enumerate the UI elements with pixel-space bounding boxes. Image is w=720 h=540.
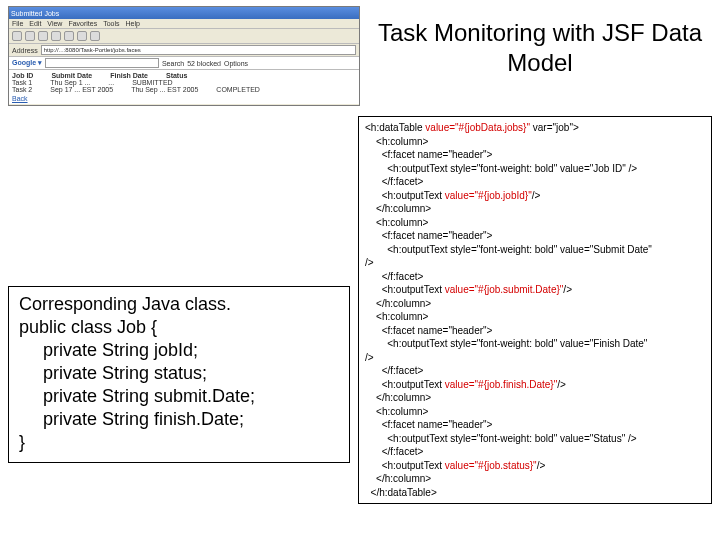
col-submit: Submit Date xyxy=(51,72,92,79)
java-l1: Corresponding Java class. xyxy=(19,293,339,316)
el-expr: value="#{jobData.jobs}" xyxy=(425,122,530,133)
col-finish: Finish Date xyxy=(110,72,148,79)
el-expr: value="#{job.status}" xyxy=(445,460,537,471)
menu-help: Help xyxy=(126,20,140,27)
back-link: Back xyxy=(12,95,356,102)
google-options: Options xyxy=(224,60,248,67)
google-search: Search xyxy=(162,60,184,67)
java-l6: private String finish.Date; xyxy=(43,408,339,431)
java-l7: } xyxy=(19,431,339,454)
menu-bar: File Edit View Favorites Tools Help xyxy=(9,19,359,29)
window-titlebar: Submitted Jobs xyxy=(9,7,359,19)
java-l5: private String submit.Date; xyxy=(43,385,339,408)
page-title: Task Monitoring with JSF Data Model xyxy=(370,18,710,88)
home-icon xyxy=(64,31,74,41)
java-code-box: Corresponding Java class. public class J… xyxy=(8,286,350,463)
menu-favorites: Favorites xyxy=(68,20,97,27)
menu-view: View xyxy=(47,20,62,27)
forward-icon xyxy=(25,31,35,41)
stop-icon xyxy=(38,31,48,41)
table-row: Task 1 Thu Sep 1 ... ... SUBMITTED xyxy=(12,79,356,86)
el-expr: value="#{job.submit.Date}" xyxy=(445,284,564,295)
favorites-icon xyxy=(90,31,100,41)
menu-file: File xyxy=(12,20,23,27)
google-blocked: 52 blocked xyxy=(187,60,221,67)
java-l3: private String jobId; xyxy=(43,339,339,362)
menu-edit: Edit xyxy=(29,20,41,27)
refresh-icon xyxy=(51,31,61,41)
google-search-box xyxy=(45,58,159,68)
back-icon xyxy=(12,31,22,41)
el-expr: value="#{job.jobId}" xyxy=(445,190,532,201)
el-expr: value="#{job.finish.Date}" xyxy=(445,379,557,390)
menu-tools: Tools xyxy=(103,20,119,27)
xml-code-box: <h:dataTable value="#{jobData.jobs}" var… xyxy=(358,116,712,504)
search-icon xyxy=(77,31,87,41)
address-value: http://...:8080/Task-Portlet/jobs.faces xyxy=(41,45,356,55)
page-content: Job ID Submit Date Finish Date Status Ta… xyxy=(9,70,359,104)
java-l4: private String status; xyxy=(43,362,339,385)
col-jobid: Job ID xyxy=(12,72,33,79)
java-l2: public class Job { xyxy=(19,316,339,339)
google-toolbar: Google ▾ Search 52 blocked Options xyxy=(9,57,359,70)
address-label: Address xyxy=(12,47,38,54)
address-bar: Address http://...:8080/Task-Portlet/job… xyxy=(9,44,359,57)
browser-screenshot: Submitted Jobs File Edit View Favorites … xyxy=(8,6,360,106)
window-title-text: Submitted Jobs xyxy=(11,10,59,17)
col-status: Status xyxy=(166,72,187,79)
toolbar xyxy=(9,29,359,44)
google-label: Google ▾ xyxy=(12,59,42,67)
table-row: Task 2 Sep 17 ... EST 2005 Thu Sep ... E… xyxy=(12,86,356,93)
